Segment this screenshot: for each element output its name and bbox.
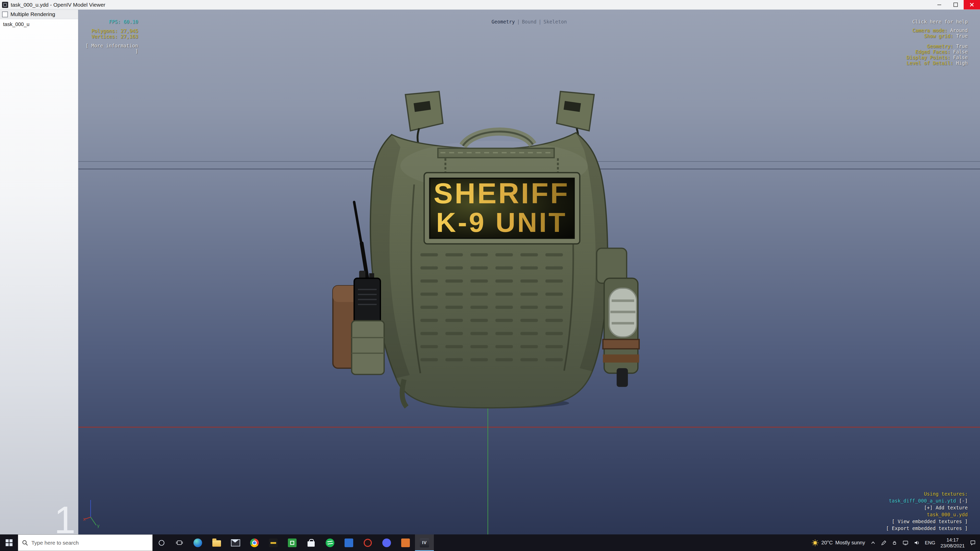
axis-gizmo: x y <box>83 499 103 528</box>
mail-icon <box>231 539 240 546</box>
openiv-model-viewer-window: task_000_u.ydd - OpenIV Model Viewer Mul… <box>0 0 980 551</box>
tab-skeleton[interactable]: Skeleton <box>544 19 567 24</box>
molle-webbing <box>418 251 565 363</box>
world-y-axis-line <box>487 404 488 534</box>
rage-plugin-icon <box>269 538 278 547</box>
multiple-rendering-header: Multiple Rendering <box>0 10 78 19</box>
cortana-button[interactable] <box>153 534 170 551</box>
tab-geometry[interactable]: Geometry <box>492 19 515 24</box>
multiple-rendering-label: Multiple Rendering <box>11 11 55 17</box>
clock[interactable]: 14:17 23/08/2021 <box>938 534 967 551</box>
windows-ink-button[interactable] <box>878 534 889 551</box>
taskbar-app-discord[interactable] <box>377 534 396 551</box>
start-button[interactable] <box>0 534 18 551</box>
minimize-button[interactable] <box>931 0 947 10</box>
taskbar-app-blue[interactable] <box>339 534 358 551</box>
file-explorer-icon <box>212 540 221 547</box>
pinned-apps: IV <box>188 534 434 551</box>
taskbar-app-edge[interactable] <box>188 534 207 551</box>
taskbar-app-red-circle[interactable] <box>358 534 377 551</box>
taskbar-app-chrome[interactable] <box>245 534 264 551</box>
weather-widget[interactable]: 20°C Mostly sunny <box>809 534 867 551</box>
taskbar-app-rage-plugin[interactable] <box>264 534 283 551</box>
task-view-icon <box>176 540 183 546</box>
page-indicator: 1 <box>54 501 76 534</box>
windows-logo-icon <box>6 539 13 546</box>
show-hidden-icons-button[interactable] <box>868 534 878 551</box>
tab-bound[interactable]: Bound <box>522 19 536 24</box>
export-embedded-textures-button[interactable]: [ Export embedded textures ] <box>886 525 968 532</box>
taskbar-app-mail[interactable] <box>226 534 245 551</box>
world-x-axis-line <box>78 427 980 427</box>
system-tray: 20°C Mostly sunny <box>809 534 980 551</box>
help-link[interactable]: Click here for help <box>907 19 968 24</box>
setting-geometry[interactable]: Geometry: True <box>907 43 968 49</box>
volume-button[interactable] <box>911 534 922 551</box>
using-textures-header: Using textures: <box>886 491 968 497</box>
speaker-icon <box>914 540 920 546</box>
taskbar-app-file-explorer[interactable] <box>207 534 226 551</box>
polygons-stat: Polygons: 27,945 <box>83 28 138 34</box>
taskbar-app-microsoft-store[interactable] <box>302 534 321 551</box>
maximize-button[interactable] <box>947 0 964 10</box>
setting-show-grid[interactable]: Show grid: True <box>907 33 968 39</box>
patch-text-line1: SHERIFF <box>434 177 570 210</box>
taskbar-app-openiv-active[interactable]: IV <box>415 534 434 551</box>
texture-entry[interactable]: task_diff_000_a_uni.ytd [-] <box>886 497 968 504</box>
taskbar-app-spotify[interactable] <box>321 534 339 551</box>
setting-level-of-detail[interactable]: Level of Detail: High <box>907 60 968 66</box>
model-list-panel: Multiple Rendering task_000_u 1 <box>0 10 78 534</box>
patch-text-line2: K-9 UNIT <box>436 207 567 238</box>
vertices-stat: Vertices: 27,163 <box>83 34 138 39</box>
task-view-button[interactable] <box>170 534 188 551</box>
more-information-link[interactable]: [ More information ] <box>83 43 138 54</box>
taskbar-app-orange[interactable] <box>396 534 415 551</box>
axis-y-label: y <box>97 523 100 528</box>
network-button[interactable] <box>900 534 911 551</box>
model-list-item[interactable]: task_000_u <box>0 19 78 30</box>
red-circle-app-icon <box>364 539 372 547</box>
window-title: task_000_u.ydd - OpenIV Model Viewer <box>11 2 105 8</box>
view-mode-tabs: Geometry|Bound|Skeleton <box>492 19 567 24</box>
sheriff-patch: SHERIFF K-9 UNIT <box>424 173 580 244</box>
discord-icon <box>382 538 391 547</box>
tray-date: 23/08/2021 <box>940 543 965 549</box>
weather-temp: 20°C <box>821 540 833 546</box>
search-input[interactable] <box>31 540 149 546</box>
setting-edged-faces[interactable]: Edged Faces: False <box>907 49 968 55</box>
fps-stat: FPS: 60.10 <box>83 19 138 24</box>
textures-panel: Using textures: task_diff_000_a_uni.ytd … <box>886 491 968 532</box>
action-center-button[interactable] <box>967 534 978 551</box>
setting-display-points[interactable]: Display Points: False <box>907 55 968 60</box>
orange-app-icon <box>401 538 410 547</box>
taskbar-search[interactable] <box>18 534 153 551</box>
usb-icon <box>892 540 897 546</box>
titlebar: task_000_u.ydd - OpenIV Model Viewer <box>0 0 980 10</box>
close-button[interactable] <box>964 0 980 10</box>
viewport-3d[interactable]: SHERIFF K-9 UNIT <box>78 10 980 534</box>
render-stats: FPS: 60.10 Polygons: 27,945 Vertices: 27… <box>83 19 138 54</box>
multiple-rendering-checkbox[interactable] <box>2 11 8 17</box>
weather-condition: Mostly sunny <box>835 540 865 546</box>
language-indicator[interactable]: ENG <box>922 534 938 551</box>
usb-device-button[interactable] <box>889 534 900 551</box>
chevron-up-icon <box>870 540 876 546</box>
pen-icon <box>881 540 886 546</box>
viewer-settings: Click here for help Camera mode: Around … <box>907 19 968 66</box>
edge-icon <box>193 538 202 547</box>
axis-x-label: x <box>83 516 86 522</box>
taskbar-app-green[interactable] <box>283 534 302 551</box>
add-texture-button[interactable]: [+] Add texture <box>886 504 968 511</box>
setting-camera-mode[interactable]: Camera mode: Around <box>907 27 968 33</box>
window-controls <box>931 0 980 10</box>
sun-icon <box>811 539 819 546</box>
openiv-icon: IV <box>420 538 429 548</box>
chrome-icon <box>250 538 259 547</box>
blue-app-icon <box>345 538 353 547</box>
cortana-icon <box>158 539 165 546</box>
remove-texture-button[interactable]: [-] <box>959 498 968 503</box>
model-3d-vest[interactable]: SHERIFF K-9 UNIT <box>328 91 641 410</box>
tray-time: 14:17 <box>947 537 959 543</box>
network-icon <box>902 540 908 546</box>
view-embedded-textures-button[interactable]: [ View embedded textures ] <box>886 518 968 525</box>
